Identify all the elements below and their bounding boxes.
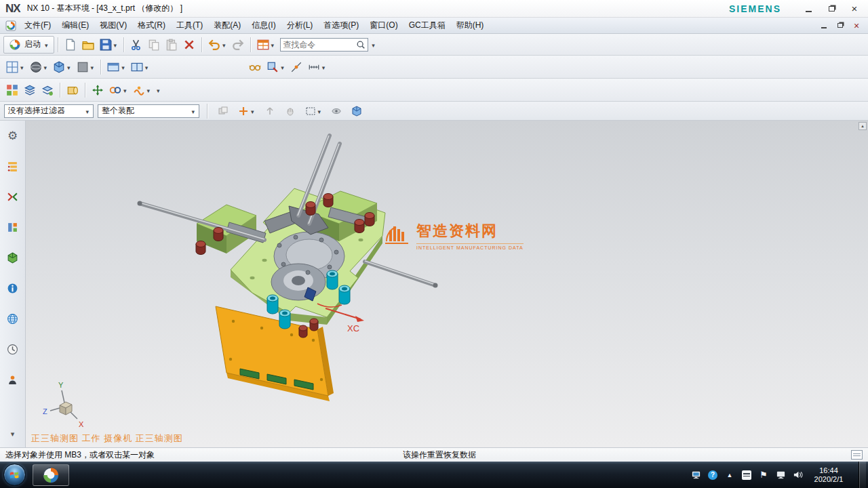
- redo-button[interactable]: [229, 36, 247, 54]
- add-filter-button[interactable]: [235, 102, 258, 120]
- snapshot-button[interactable]: [328, 102, 344, 120]
- command-search-input[interactable]: [283, 40, 356, 49]
- hd3d-tools-button[interactable]: [5, 280, 21, 296]
- restore-button[interactable]: [823, 3, 840, 15]
- doc-close-button[interactable]: ×: [850, 20, 863, 30]
- show-component-button[interactable]: [39, 81, 56, 99]
- new-file-icon: [64, 39, 77, 51]
- part-navigator-button[interactable]: [5, 219, 21, 235]
- app-menu-icon[interactable]: [5, 20, 16, 31]
- search-options-button[interactable]: [368, 36, 378, 54]
- split-pane-icon: [131, 61, 143, 73]
- resource-bar-expand-button[interactable]: ▾: [5, 426, 21, 442]
- redo-arrow-icon: [232, 39, 244, 51]
- toolbar-separator: [58, 37, 58, 52]
- process-studio-button[interactable]: [5, 371, 21, 388]
- menu-information[interactable]: 信息(I): [246, 18, 281, 33]
- model-canvas[interactable]: XC Y Z X: [26, 121, 868, 447]
- copy-button[interactable]: [145, 36, 163, 54]
- menu-window[interactable]: 窗口(O): [364, 18, 403, 33]
- doc-restore-button[interactable]: [834, 20, 846, 30]
- solid-filter-button[interactable]: [349, 102, 365, 120]
- paste-button[interactable]: [163, 36, 180, 54]
- menu-gc-toolbox[interactable]: GC工具箱: [403, 18, 451, 33]
- tray-help-button[interactable]: ?: [707, 470, 718, 481]
- show-hide-button[interactable]: [246, 58, 264, 76]
- render-style-button[interactable]: [74, 58, 98, 76]
- delete-button[interactable]: [180, 36, 198, 54]
- measure-button[interactable]: [305, 58, 329, 76]
- history-button[interactable]: [5, 341, 21, 357]
- selection-up-button[interactable]: [262, 102, 278, 120]
- open-component-button[interactable]: [21, 81, 39, 99]
- close-button[interactable]: ×: [846, 3, 863, 15]
- marquee-style-button[interactable]: [302, 102, 325, 120]
- tray-input-indicator-button[interactable]: [741, 470, 752, 481]
- status-window-icon[interactable]: [851, 450, 863, 460]
- watermark-subtitle: INTELLIGENT MANUFACTURING DATA: [416, 243, 524, 250]
- constraint-navigator-button[interactable]: [5, 188, 21, 205]
- chevron-down-icon: [321, 63, 326, 71]
- doc-minimize-button[interactable]: [818, 20, 830, 30]
- save-button[interactable]: [97, 36, 121, 54]
- web-browser-button[interactable]: [5, 310, 21, 327]
- taskbar-nx-app-button[interactable]: [33, 464, 69, 486]
- allow-selection-pair-button[interactable]: [215, 102, 231, 120]
- layout-button[interactable]: [3, 58, 27, 76]
- selection-scope-combo[interactable]: 整个装配: [98, 104, 199, 118]
- edit-object-display-button[interactable]: [264, 58, 288, 76]
- chevron-down-icon: [317, 107, 322, 115]
- tray-action-center-button[interactable]: ⚑: [758, 470, 769, 481]
- type-filter-combo[interactable]: 没有选择过滤器: [4, 104, 94, 118]
- find-component-button[interactable]: [3, 81, 21, 99]
- undo-button[interactable]: [205, 36, 229, 54]
- new-file-button[interactable]: [62, 36, 79, 54]
- isometric-view-button[interactable]: [50, 58, 74, 76]
- axis-x-label: X: [79, 420, 84, 428]
- menu-format[interactable]: 格式(R): [132, 18, 171, 33]
- tray-show-hidden-button[interactable]: ▲: [724, 470, 735, 481]
- taskbar-clock[interactable]: 16:44 2020/2/1: [809, 466, 848, 484]
- window-pane-button[interactable]: [104, 58, 128, 76]
- move-component-button[interactable]: [89, 81, 106, 99]
- start-button[interactable]: [3, 464, 26, 486]
- assembly-navigator-button[interactable]: [5, 158, 21, 174]
- menu-help[interactable]: 帮助(H): [451, 18, 490, 33]
- screen-layout-button[interactable]: [254, 36, 278, 54]
- tray-display-status-button[interactable]: [690, 470, 701, 481]
- command-finder[interactable]: [280, 38, 368, 52]
- start-menu-button[interactable]: 启动: [3, 36, 54, 54]
- selection-hand-button[interactable]: [282, 102, 298, 120]
- view-orient-button[interactable]: [27, 58, 51, 76]
- menu-edit[interactable]: 编辑(E): [56, 18, 94, 33]
- viewport-corner-button[interactable]: ▴: [859, 122, 867, 130]
- menu-view[interactable]: 视图(V): [94, 18, 132, 33]
- wave-geometry-button[interactable]: [130, 81, 154, 99]
- tray-network-button[interactable]: [775, 470, 786, 481]
- menu-preferences[interactable]: 首选项(P): [318, 18, 364, 33]
- tray-volume-button[interactable]: [792, 470, 803, 481]
- menu-file[interactable]: 文件(F): [19, 18, 56, 33]
- chevron-down-icon: [66, 63, 71, 71]
- split-pane-button[interactable]: [128, 58, 152, 76]
- view-triad[interactable]: Y Z X: [43, 381, 84, 428]
- assembly-more-button[interactable]: [153, 81, 163, 99]
- chevron-down-icon: [156, 86, 161, 94]
- roles-gear-button[interactable]: ⚙: [5, 127, 21, 144]
- assembly-constraints-button[interactable]: [106, 81, 130, 99]
- speaker-icon: [793, 470, 803, 480]
- reuse-library-button[interactable]: [5, 249, 21, 266]
- menu-analysis[interactable]: 分析(L): [281, 18, 319, 33]
- menu-tools[interactable]: 工具(T): [171, 18, 208, 33]
- show-desktop-button[interactable]: [859, 462, 866, 488]
- search-icon[interactable]: [356, 40, 366, 49]
- open-file-button[interactable]: [79, 36, 97, 54]
- pattern-component-button[interactable]: [64, 81, 81, 99]
- menu-assemblies[interactable]: 装配(A): [208, 18, 246, 33]
- cut-button[interactable]: [127, 36, 145, 54]
- toolbar-separator: [100, 60, 101, 75]
- rod-right[interactable]: [365, 261, 438, 288]
- graphics-window[interactable]: XC Y Z X ▴: [26, 121, 868, 447]
- snap-point-button[interactable]: [288, 58, 305, 76]
- minimize-button[interactable]: [800, 3, 816, 15]
